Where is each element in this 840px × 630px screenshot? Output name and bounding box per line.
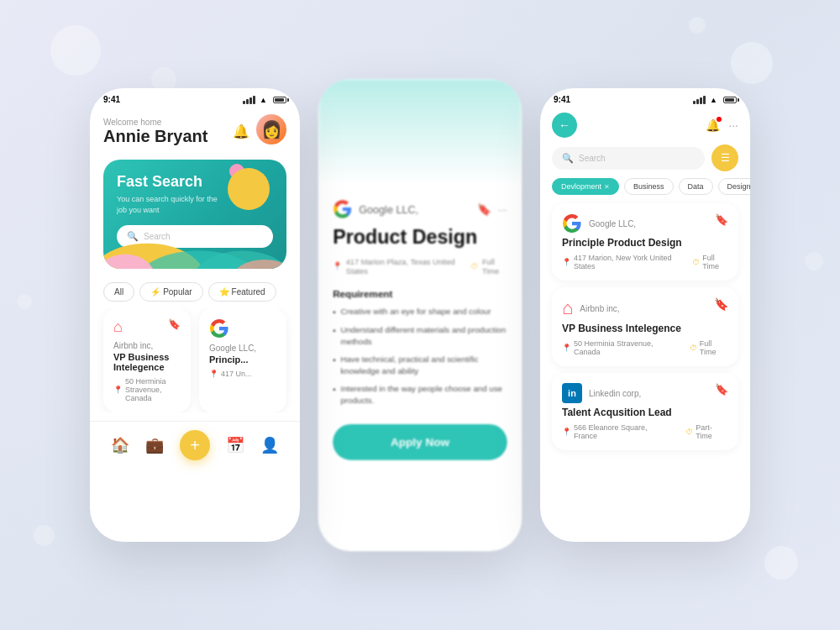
p3-time-icon-google: ⏱ — [692, 258, 700, 266]
battery-icon-3 — [723, 97, 737, 103]
notification-dot — [717, 117, 722, 122]
job-card-airbnb[interactable]: ⌂ 🔖 Airbnb inc, VP Business Intelegence … — [103, 308, 191, 412]
tag-devlopment-label: Devlopment — [561, 182, 601, 191]
bookmark-icon-airbnb[interactable]: 🔖 — [168, 318, 181, 330]
p3-search-row: 🔍 Search ☰ — [540, 144, 750, 178]
p3-airbnb-location: 📍 50 Herminia Stravenue, Canada — [562, 339, 676, 356]
p3-location-icon-google: 📍 — [562, 258, 571, 266]
req-item-4: • Interested in the way people choose an… — [333, 383, 507, 406]
tag-devlopment[interactable]: Devlopment ✕ — [552, 178, 619, 195]
phone-search-screen: 9:41 ▲ ← 🔔 — [540, 88, 750, 542]
p3-google-job-title: Principle Product Design — [562, 237, 728, 249]
p3-linkedin-card-header: in Linkedin corp, 🔖 — [562, 383, 728, 403]
more-options-icon[interactable]: ··· — [497, 202, 507, 216]
nav-home-icon[interactable]: 🏠 — [111, 436, 129, 454]
airbnb-logo-p3: ⌂ — [562, 297, 573, 319]
p3-linkedin-job-title: Talent Acqusition Lead — [562, 407, 728, 418]
filter-button[interactable]: ☰ — [711, 144, 738, 171]
user-name: Annie Bryant — [103, 127, 207, 146]
tag-design[interactable]: Design — [718, 178, 750, 195]
apply-now-button[interactable]: Apply Now — [333, 424, 507, 460]
p3-airbnb-location-text: 50 Herminia Stravenue, Canada — [574, 339, 676, 356]
nav-briefcase-icon[interactable]: 💼 — [145, 436, 164, 454]
card-decoration-yellow — [228, 168, 270, 210]
status-icons-3: ▲ — [693, 96, 737, 104]
p3-linkedin-meta: 📍 566 Eleanore Square, France ⏱ Part-Tim… — [562, 423, 728, 440]
requirements-title: Requirement — [333, 288, 507, 300]
filter-tabs: All ⚡Popular ⭐Featured — [90, 276, 300, 308]
p3-linkedin-job-type-text: Part-Time — [696, 423, 728, 440]
job-card-google-partial[interactable]: Google LLC, Princip... 📍 417 Un... — [199, 308, 286, 412]
fast-search-card: Fast Search You can search quickly for t… — [103, 160, 286, 269]
location-icon-detail: 📍 — [333, 261, 343, 270]
status-time-3: 9:41 — [554, 95, 570, 104]
p3-airbnb-job-type: ⏱ Full Time — [690, 339, 728, 356]
p3-job-card-airbnb[interactable]: ⌂ Airbnb inc, 🔖 VP Business Intelegence … — [552, 287, 738, 366]
p3-google-meta: 📍 417 Marion, New York United States ⏱ F… — [562, 254, 728, 270]
fab-add-button[interactable]: + — [180, 430, 210, 460]
hills-decoration — [103, 236, 286, 269]
p3-time-icon-airbnb: ⏱ — [690, 344, 697, 352]
req-text-2: Understand different materials and produ… — [340, 324, 507, 347]
job-card-google-header — [209, 318, 276, 339]
nav-calendar-icon[interactable]: 📅 — [226, 436, 244, 454]
req-item-3: • Have technical, practical and scientif… — [333, 354, 507, 376]
tag-data[interactable]: Data — [679, 178, 713, 195]
p3-bookmark-google[interactable]: 🔖 — [715, 213, 728, 226]
time-icon-detail: ⏱ — [470, 261, 479, 270]
tag-close-icon[interactable]: ✕ — [604, 183, 610, 191]
avatar[interactable]: 👩 — [256, 114, 286, 144]
req-text-1: Creative with an eye for shape and colou… — [340, 306, 491, 318]
tab-popular[interactable]: ⚡Popular — [139, 282, 202, 302]
search-icon-3: 🔍 — [562, 153, 574, 164]
p3-linkedin-company-row: in Linkedin corp, — [562, 383, 641, 403]
p3-location-icon-linkedin: 📍 — [562, 428, 571, 436]
p3-linkedin-company-name: Linkedin corp, — [589, 389, 641, 398]
p3-airbnb-job-type-text: Full Time — [700, 339, 728, 356]
welcome-label: Welcome home — [103, 118, 207, 127]
google-logo-partial — [209, 318, 229, 339]
bell-icon[interactable]: 🔔 — [233, 123, 249, 139]
home-header: Welcome home Annie Bryant 🔔 👩 — [90, 108, 300, 153]
notification-icon-wrapper: 🔔 — [706, 118, 720, 132]
airbnb-logo: ⌂ — [113, 318, 123, 336]
back-button[interactable]: ← — [552, 113, 577, 138]
linkedin-logo-p3: in — [562, 383, 582, 403]
header-icons: 🔔 👩 — [233, 114, 286, 144]
p3-airbnb-job-title: VP Business Intelegence — [562, 323, 728, 334]
p3-filter-tags: Devlopment ✕ Business Data Design — [540, 178, 750, 203]
p3-airbnb-card-header: ⌂ Airbnb inc, 🔖 — [562, 297, 728, 319]
p3-job-card-google[interactable]: Google LLC, 🔖 Principle Product Design 📍… — [552, 203, 738, 281]
tag-business[interactable]: Business — [624, 178, 674, 195]
req-text-3: Have technical, practical and scientific… — [340, 354, 507, 376]
job-cards-row: ⌂ 🔖 Airbnb inc, VP Business Intelegence … — [90, 308, 300, 412]
bookmark-detail-icon[interactable]: 🔖 — [477, 202, 491, 216]
detail-company-name: Google LLC, — [359, 203, 418, 216]
req-item-2: • Understand different materials and pro… — [333, 324, 507, 347]
p3-google-job-type-text: Full Time — [702, 254, 728, 270]
p3-bookmark-airbnb[interactable]: 🔖 — [714, 297, 728, 311]
tag-data-label: Data — [688, 182, 704, 191]
more-options-icon-3[interactable]: ··· — [728, 118, 738, 132]
google-logo-p3 — [562, 213, 582, 234]
detail-header: Google LLC, 🔖 ··· — [333, 199, 507, 218]
detail-actions: 🔖 ··· — [477, 202, 507, 216]
p3-time-icon-linkedin: ⏱ — [685, 428, 693, 436]
req-item-1: • Creative with an eye for shape and col… — [333, 306, 507, 318]
tab-featured[interactable]: ⭐Featured — [208, 282, 276, 302]
google-location-text-partial: 417 Un... — [221, 370, 252, 378]
google-job-title-partial: Princip... — [209, 354, 276, 365]
req-text-4: Interested in the way people choose and … — [340, 383, 507, 406]
tab-all[interactable]: All — [103, 282, 134, 302]
p3-bookmark-linkedin[interactable]: 🔖 — [715, 383, 728, 396]
detail-location: 📍 417 Marion Plaza, Texas United States — [333, 257, 458, 275]
nav-profile-icon[interactable]: 👤 — [260, 436, 279, 454]
tag-business-label: Business — [633, 182, 664, 191]
app-container: 9:41 ▲ Welcome home Annie Bryant — [0, 0, 840, 630]
p3-search-bar[interactable]: 🔍 Search — [552, 147, 705, 170]
p3-job-card-linkedin[interactable]: in Linkedin corp, 🔖 Talent Acqusition Le… — [552, 373, 738, 450]
blurred-top-section — [318, 79, 522, 185]
requirements-list: • Creative with an eye for shape and col… — [333, 306, 507, 406]
phone-detail-screen: Google LLC, 🔖 ··· Product Design 📍 417 M… — [318, 79, 522, 552]
google-logo-detail — [333, 199, 352, 218]
